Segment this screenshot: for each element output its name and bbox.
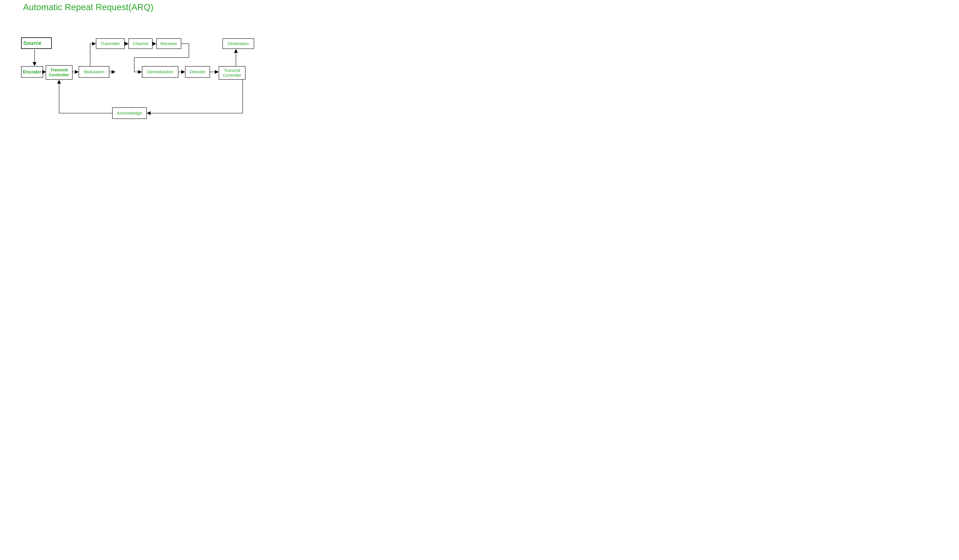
node-transmitter: Tranmitter: [96, 38, 125, 49]
node-transmit-controller-tx: Transmit Controller: [46, 65, 73, 80]
diagram-title: Automatic Repeat Request(ARQ): [23, 2, 153, 12]
node-modulation: Modulation: [79, 66, 109, 78]
node-channel: Channel: [129, 38, 153, 49]
node-encoder: Encoder: [21, 66, 43, 78]
node-acknowledge: Acknowledge: [112, 107, 147, 119]
node-receiver: Receiver: [156, 38, 181, 49]
node-transmit-controller-rx: Transmit Controller: [219, 66, 245, 80]
node-source: Source: [21, 37, 52, 49]
arq-diagram: Automatic Repeat Request(ARQ) Source Enc…: [0, 0, 299, 144]
node-demodulation: Demodulation: [142, 66, 178, 78]
node-decoder: Decoder: [185, 66, 210, 78]
node-destination: Destination: [223, 38, 254, 49]
